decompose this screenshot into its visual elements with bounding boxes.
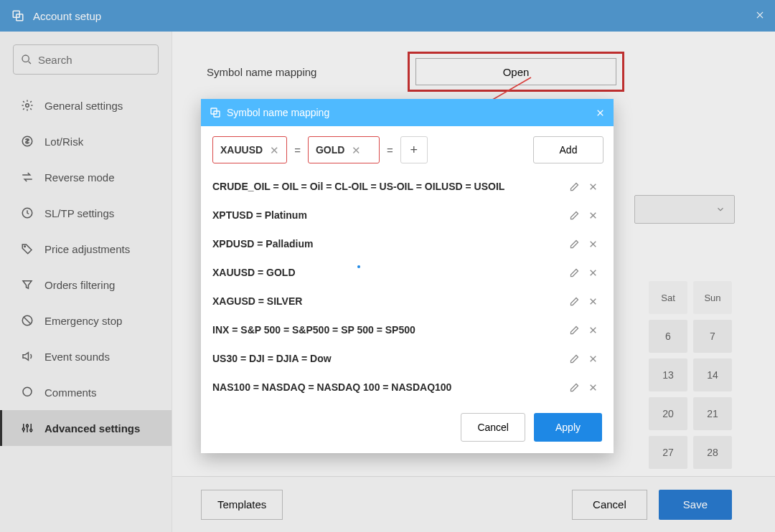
sidebar-item-label: Event sounds	[44, 351, 110, 363]
sidebar-item-label: Price adjustments	[44, 243, 130, 255]
mapping-text: US30 = DJI = DJIA = Dow	[212, 353, 565, 364]
search-icon	[21, 54, 32, 65]
delete-icon[interactable]	[583, 378, 602, 396]
sidebar-item-orders-filtering[interactable]: Orders filtering	[0, 267, 172, 303]
sidebar-item-emergency-stop[interactable]: Emergency stop	[0, 303, 172, 338]
tag-remove-icon[interactable]: ✕	[270, 145, 279, 156]
equals-sign: =	[294, 144, 301, 156]
mapping-row: XPTUSD = Platinum	[212, 201, 602, 229]
sidebar-item-label: Lot/Risk	[44, 136, 83, 148]
sidebar-item-reverse-mode[interactable]: Reverse mode	[0, 159, 172, 195]
filter-icon	[20, 277, 34, 292]
calendar-day[interactable]: 28	[693, 436, 732, 469]
modal-title: Symbol name mapping	[227, 107, 329, 118]
calendar-day[interactable]: 7	[693, 320, 732, 353]
chevron-down-icon	[715, 204, 725, 214]
tag-remove-icon[interactable]: ✕	[352, 145, 361, 156]
mapping-row: CRUDE_OIL = OIL = Oil = CL-OIL = US-OIL …	[212, 172, 602, 201]
mapping-row: XAUUSD = GOLD	[212, 258, 602, 287]
svg-point-11	[30, 429, 32, 432]
edit-icon[interactable]	[565, 349, 583, 368]
calendar-day[interactable]: 13	[649, 358, 687, 391]
footer-save-button[interactable]: Save	[659, 490, 732, 520]
modal-close-icon[interactable]	[592, 105, 608, 120]
delete-icon[interactable]	[583, 263, 602, 282]
mapping-text: XPDUSD = Palladium	[212, 238, 565, 250]
symbol-tag-2[interactable]: GOLD ✕	[308, 136, 380, 163]
sliders-icon	[20, 421, 34, 435]
footer-bar: Templates Cancel Save	[172, 476, 775, 532]
mapping-row: XAGUSD = SILVER	[212, 287, 602, 315]
add-symbol-button[interactable]: +	[400, 136, 428, 163]
delete-icon[interactable]	[583, 292, 602, 310]
edit-icon[interactable]	[565, 234, 583, 253]
mapping-text: INX = S&P 500 = S&P500 = SP 500 = SP500	[212, 324, 565, 336]
cursor-dot	[357, 265, 360, 268]
delete-icon[interactable]	[583, 177, 602, 196]
mapping-text: XAGUSD = SILVER	[212, 295, 565, 307]
chat-icon	[20, 385, 34, 399]
calendar-fragment: Sat Sun 6 7 13 14 20 21 27 28	[649, 281, 732, 475]
delete-icon[interactable]	[583, 234, 602, 253]
svg-point-6	[24, 246, 26, 247]
svg-point-10	[27, 425, 29, 427]
svg-point-9	[22, 428, 24, 430]
calendar-day[interactable]: 20	[649, 397, 687, 430]
mapping-text: CRUDE_OIL = OIL = Oil = CL-OIL = US-OIL …	[212, 181, 565, 192]
dropdown-field[interactable]	[634, 195, 735, 224]
sidebar: Search General settings Lot/Risk Reverse…	[0, 32, 172, 532]
modal-apply-button[interactable]: Apply	[534, 413, 602, 442]
calendar-day[interactable]: 21	[693, 397, 732, 430]
close-icon[interactable]	[752, 7, 768, 23]
sidebar-item-label: Emergency stop	[44, 315, 122, 327]
sidebar-item-general-settings[interactable]: General settings	[0, 87, 172, 123]
edit-icon[interactable]	[565, 177, 583, 196]
sidebar-item-sl-tp[interactable]: SL/TP settings	[0, 195, 172, 231]
edit-icon[interactable]	[565, 206, 583, 224]
search-input[interactable]: Search	[13, 44, 159, 75]
delete-icon[interactable]	[583, 206, 602, 224]
delete-icon[interactable]	[583, 349, 602, 368]
window-title: Account setup	[33, 10, 101, 22]
calendar-header: Sun	[693, 281, 732, 314]
sidebar-item-comments[interactable]: Comments	[0, 374, 172, 410]
edit-icon[interactable]	[565, 320, 583, 339]
svg-point-2	[22, 55, 29, 62]
sidebar-item-price-adjustments[interactable]: Price adjustments	[0, 231, 172, 267]
edit-icon[interactable]	[565, 263, 583, 282]
edit-icon[interactable]	[565, 378, 583, 396]
sidebar-item-lot-risk[interactable]: Lot/Risk	[0, 123, 172, 159]
calendar-day[interactable]: 6	[649, 320, 687, 353]
equals-sign: =	[387, 144, 393, 156]
modal-footer: Cancel Apply	[201, 402, 614, 453]
edit-icon[interactable]	[565, 292, 583, 310]
highlight-box: Open	[408, 52, 624, 92]
symbol-mapping-modal: Symbol name mapping XAUUSD ✕ = GOLD ✕ = …	[201, 99, 614, 453]
app-icon	[10, 8, 26, 24]
tag-text: XAUUSD	[220, 144, 263, 156]
mapping-input-row: XAUUSD ✕ = GOLD ✕ = + Add	[211, 136, 603, 163]
mapping-list[interactable]: CRUDE_OIL = OIL = Oil = CL-OIL = US-OIL …	[211, 172, 603, 402]
templates-button[interactable]: Templates	[201, 490, 283, 520]
modal-cancel-button[interactable]: Cancel	[461, 413, 525, 442]
sidebar-item-event-sounds[interactable]: Event sounds	[0, 338, 172, 374]
mapping-text: XAUUSD = GOLD	[212, 267, 565, 278]
search-placeholder: Search	[38, 54, 72, 66]
symbol-tag-1[interactable]: XAUUSD ✕	[212, 136, 287, 163]
sidebar-item-advanced-settings[interactable]: Advanced settings	[0, 410, 172, 446]
calendar-day[interactable]: 14	[693, 358, 732, 391]
sidebar-item-label: General settings	[44, 100, 123, 112]
sidebar-item-label: Advanced settings	[44, 422, 140, 434]
sidebar-item-label: Reverse mode	[44, 171, 115, 184]
tag-text: GOLD	[316, 144, 344, 156]
calendar-header: Sat	[649, 281, 687, 314]
sidebar-item-label: SL/TP settings	[44, 207, 114, 219]
stop-icon	[20, 313, 34, 328]
open-button[interactable]: Open	[415, 58, 616, 85]
calendar-day[interactable]: 27	[649, 436, 687, 469]
svg-point-3	[26, 104, 29, 108]
delete-icon[interactable]	[583, 320, 602, 339]
add-mapping-button[interactable]: Add	[533, 136, 603, 163]
clock-icon	[20, 206, 34, 220]
footer-cancel-button[interactable]: Cancel	[572, 490, 647, 520]
